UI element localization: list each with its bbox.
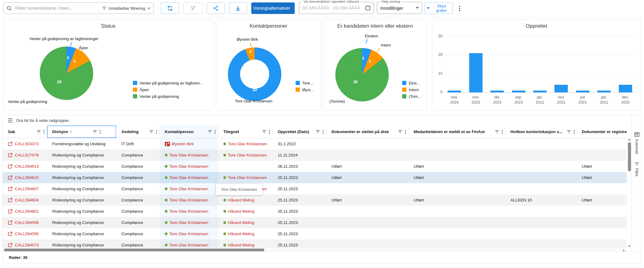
table-row-CALL503372[interactable]: CALL503372Forretningsstøtte og Utvikling…	[3, 138, 627, 149]
column-filter-icon[interactable]	[262, 130, 266, 133]
case-link[interactable]: CALL627976	[15, 153, 39, 157]
person-link[interactable]: Håvard Meling	[228, 232, 254, 236]
person-link[interactable]: Håvard Meling	[228, 220, 254, 225]
column-filter-icon[interactable]	[93, 130, 97, 133]
table-row-CALL594598[interactable]: CALL594598Risikostyring og ComplianceCom…	[3, 217, 627, 228]
person-link[interactable]: Tore Olav Kristiansen	[169, 187, 208, 191]
column-header-tilegnet[interactable]: Tilegnet	[218, 125, 273, 138]
scroll-up-arrow[interactable]	[628, 139, 631, 140]
column-header-kontorlokasjon[interactable]: Hvilken kontorlokasjon s...	[505, 125, 577, 138]
column-menu-icon[interactable]	[405, 130, 406, 134]
person-link[interactable]: Håvard Meling	[228, 209, 254, 214]
search-box[interactable]: Umiddelbar filtrering	[3, 2, 154, 14]
table-row-CALL594601[interactable]: CALL594601Risikostyring og ComplianceCom…	[3, 206, 627, 217]
open-case-icon[interactable]	[8, 164, 12, 169]
open-case-icon[interactable]	[8, 187, 12, 191]
open-case-icon[interactable]	[8, 220, 12, 225]
column-filter-icon[interactable]	[37, 130, 41, 133]
person-link[interactable]: Tore Olav Kristiansen	[169, 198, 208, 202]
case-link[interactable]: CALL594598	[15, 220, 39, 225]
person-link[interactable]: Håvard Meling	[228, 198, 254, 202]
person-link[interactable]: Tore Olav Kristiansen	[169, 220, 208, 225]
toolbar-menu-icon[interactable]	[459, 6, 460, 12]
case-link[interactable]: CALL594573	[15, 243, 39, 247]
column-filter-icon[interactable]	[149, 130, 153, 133]
column-header-dok_registrert[interactable]: Dokumenter er registrert i	[577, 125, 627, 138]
person-link[interactable]: Tore Olav Kristiansen	[169, 153, 208, 157]
column-header-divisjon[interactable]: Divisjon ↑	[47, 125, 116, 138]
share-button[interactable]	[207, 2, 225, 14]
open-case-icon[interactable]	[8, 175, 12, 180]
person-link[interactable]: Tore Olav Kristiansen	[228, 153, 267, 157]
open-case-icon[interactable]	[8, 198, 12, 202]
column-header-avdeling[interactable]: Avdeling	[116, 125, 160, 138]
column-menu-icon[interactable]	[100, 130, 101, 134]
case-link[interactable]: CALL594604	[15, 198, 39, 202]
open-case-icon[interactable]	[8, 232, 12, 236]
case-link[interactable]: CALL594595	[15, 232, 39, 236]
column-header-meldt_ut[interactable]: Medarbeideren er meldt ut av FinAut	[408, 125, 505, 138]
table-row-CALL594613[interactable]: CALL594613Risikostyring og ComplianceCom…	[3, 161, 627, 172]
person-link[interactable]: Håvard Meling	[228, 243, 254, 247]
date-range-field[interactable]: Vis henvendelser opprettet i tidsrom DD.…	[299, 2, 374, 14]
row-group-dropzone[interactable]: Dra hit for å sette radgrupper	[3, 115, 641, 126]
column-header-dok_slettet[interactable]: Dokumenter er slettet på disk	[326, 125, 408, 138]
table-row-CALL594573[interactable]: CALL594573Risikostyring og ComplianceCom…	[3, 239, 627, 248]
case-link[interactable]: CALL594601	[15, 209, 39, 214]
visningsalternativer-button[interactable]: Visningsalternativer	[251, 2, 295, 14]
person-link[interactable]: Tore Olav Kristiansen	[169, 175, 208, 180]
open-case-icon[interactable]	[8, 153, 12, 157]
vertical-scroll-thumb[interactable]	[628, 142, 631, 171]
table-row-CALL627976[interactable]: CALL627976Risikostyring og ComplianceCom…	[3, 149, 627, 161]
person-link[interactable]: Tore Olav Kristiansen	[169, 243, 208, 247]
case-link[interactable]: CALL503372	[15, 142, 39, 146]
table-row-CALL594607[interactable]: CALL594607Risikostyring og ComplianceCom…	[3, 183, 627, 194]
filter-mode-dropdown[interactable]: Umiddelbar filtrering	[102, 6, 151, 11]
sidebar-tab-filtre[interactable]: Filtre	[635, 162, 639, 177]
column-header-opprettet[interactable]: Opprettet (Dato)	[273, 125, 326, 138]
column-menu-icon[interactable]	[574, 130, 575, 134]
x-tick-label: nov.2023	[465, 95, 486, 105]
person-link[interactable]: Tore Olav Kristiansen	[228, 175, 267, 180]
column-filter-icon[interactable]	[567, 130, 571, 133]
row-count: Rader: 35	[9, 255, 28, 260]
open-case-icon[interactable]	[8, 142, 12, 146]
column-filter-icon[interactable]	[208, 130, 212, 133]
status-dot-icon	[223, 143, 226, 145]
table-row-CALL594604[interactable]: CALL594604Risikostyring og ComplianceCom…	[3, 194, 627, 206]
column-menu-icon[interactable]	[502, 130, 503, 134]
open-case-icon[interactable]	[8, 243, 12, 247]
case-link[interactable]: CALL594607	[15, 187, 39, 191]
sidebar-tab-kolonner[interactable]: Kolonner	[634, 132, 639, 154]
column-filter-icon[interactable]	[316, 130, 320, 133]
column-menu-icon[interactable]	[323, 130, 324, 134]
case-link[interactable]: CALL594610	[15, 175, 39, 180]
vertical-scrollbar[interactable]	[627, 138, 632, 248]
column-filter-icon[interactable]	[398, 130, 402, 133]
calendar-icon[interactable]	[365, 5, 371, 11]
column-menu-icon[interactable]	[43, 130, 45, 134]
legend-swatch	[296, 88, 300, 92]
person-link[interactable]: Tore Olav Kristiansen	[228, 142, 267, 146]
view-select[interactable]: Velg visning Innstillinger	[377, 2, 422, 14]
person-link[interactable]: Tore Olav Kristiansen	[169, 232, 208, 236]
open-case-icon[interactable]	[8, 209, 12, 214]
person-link[interactable]: Tore Olav Kristiansen	[169, 164, 208, 169]
table-row-CALL594610[interactable]: CALL594610Risikostyring og ComplianceCom…	[3, 172, 627, 183]
case-link[interactable]: CALL594613	[15, 164, 39, 169]
column-menu-icon[interactable]	[156, 130, 157, 134]
scroll-down-arrow[interactable]	[628, 246, 631, 247]
table-row-CALL594595[interactable]: CALL594595Risikostyring og ComplianceCom…	[3, 228, 627, 239]
clear-filter-button[interactable]	[183, 2, 202, 14]
refresh-button[interactable]	[161, 2, 179, 14]
person-link[interactable]: Tore Olav Kristiansen	[169, 209, 208, 214]
search-input[interactable]	[15, 5, 102, 11]
column-menu-icon[interactable]	[269, 130, 270, 134]
column-filter-icon[interactable]	[495, 130, 499, 133]
skjul-grafer-button[interactable]: Skjul grafer	[425, 2, 453, 14]
person-link[interactable]: Øystein Birk	[172, 142, 194, 146]
download-button[interactable]	[229, 2, 247, 14]
column-header-kontaktperson[interactable]: Kontaktperson	[160, 125, 218, 138]
column-header-sak[interactable]: Sak	[3, 125, 47, 138]
column-menu-icon[interactable]	[215, 130, 216, 134]
